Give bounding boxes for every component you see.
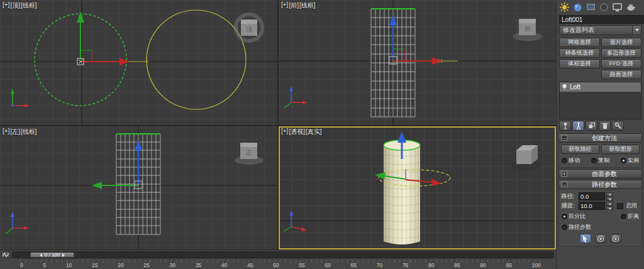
radio-move[interactable]: 移动: [562, 156, 580, 165]
ruler-tick-label: 65: [351, 262, 357, 268]
radio-instance[interactable]: 实例: [621, 156, 639, 165]
radio-path-steps[interactable]: 路径步数: [562, 223, 591, 231]
time-slider-handle[interactable]: 0 / 100: [30, 252, 74, 258]
path-value-field[interactable]: 0.0: [579, 192, 605, 200]
viewport-front-label: [+] [前] [线框]: [281, 1, 316, 10]
radio-icon: [562, 214, 567, 219]
viewport-menu-shading[interactable]: [线框]: [299, 1, 316, 10]
radio-label: 移动: [569, 156, 580, 165]
snap-field-label: 捕捉:: [561, 202, 577, 210]
snap-spinner: [606, 202, 613, 210]
radio-percentage[interactable]: 百分比: [562, 212, 586, 221]
viewport-left[interactable]: [+] [左] [线框]: [0, 126, 277, 250]
show-end-result-icon[interactable]: [572, 121, 584, 131]
viewport-menu-shading[interactable]: [线框]: [21, 1, 37, 10]
viewport-menu-pov[interactable]: [透视]: [289, 128, 305, 136]
spinner-up-button[interactable]: [606, 202, 613, 206]
viewport-menu-shading[interactable]: [线框]: [21, 128, 37, 136]
get-path-button[interactable]: 获取路径: [561, 145, 599, 154]
ruler-tick-label: 20: [118, 262, 123, 268]
modifier-stack-item[interactable]: Loft: [560, 82, 641, 92]
make-unique-icon[interactable]: [586, 121, 597, 131]
rollout-surface-parameters-header[interactable]: + 曲面参数: [558, 169, 642, 178]
remove-modifier-icon[interactable]: [599, 121, 611, 131]
enable-checkbox[interactable]: [617, 203, 623, 209]
snap-value-field[interactable]: 10.0: [579, 202, 605, 210]
render-production-teapot-icon[interactable]: [625, 1, 636, 13]
viewport-front[interactable]: [+] [前] [线框]: [279, 0, 556, 125]
selection-modifier-button[interactable]: 多边形选择: [601, 48, 642, 58]
viewport-menu-shading[interactable]: [真实]: [306, 128, 322, 136]
ruler-tick-label: 60: [325, 262, 330, 268]
viewcube[interactable]: 顶: [236, 14, 262, 41]
modifier-list-dropdown[interactable]: 修改器列表: [559, 25, 641, 35]
next-shape-button[interactable]: [610, 234, 621, 243]
get-shape-button[interactable]: 获取图形: [601, 145, 640, 154]
pick-shape-button[interactable]: [580, 234, 591, 243]
material-editor-icon[interactable]: [572, 1, 584, 13]
viewport-menu-general[interactable]: [+]: [3, 128, 9, 136]
configure-modifier-sets-icon[interactable]: [612, 121, 624, 131]
rollout-path-parameters-header[interactable]: - 路径参数: [558, 180, 642, 189]
viewport-top-canvas[interactable]: 顶: [0, 0, 277, 125]
display-monitor-icon[interactable]: [611, 1, 623, 13]
previous-frame-button[interactable]: [40, 253, 42, 257]
move-gizmo[interactable]: [77, 11, 148, 65]
dropdown-arrow-button[interactable]: [632, 26, 641, 35]
timeline: 0 / 100 05101520253035404550556065707580…: [0, 250, 556, 269]
viewcube[interactable]: [511, 145, 541, 170]
next-frame-button[interactable]: [62, 253, 65, 257]
radio-label: 距离: [628, 212, 639, 221]
move-gizmo[interactable]: [389, 15, 458, 65]
spinner-down-button[interactable]: [606, 197, 613, 200]
viewcube[interactable]: 前: [513, 19, 542, 41]
modifier-stack[interactable]: Loft: [559, 82, 641, 119]
rollout-title: 创建方法: [570, 134, 639, 143]
path-circle-shape[interactable]: [147, 10, 246, 109]
viewport-menu-general[interactable]: [+]: [281, 128, 288, 136]
path-level-buttons: [561, 234, 640, 243]
rendered-frame-icon[interactable]: [585, 1, 597, 13]
move-gizmo[interactable]: [92, 140, 142, 189]
radio-copy[interactable]: 复制: [591, 156, 609, 165]
selection-modifier-button[interactable]: 网格选择: [559, 38, 600, 47]
selection-modifier-button[interactable]: 曲面选择: [601, 70, 642, 79]
viewport-front-canvas[interactable]: 前: [279, 0, 556, 125]
radio-distance[interactable]: 距离: [621, 212, 639, 221]
viewport-menu-general[interactable]: [+]: [3, 1, 9, 10]
viewport-perspective[interactable]: [+] [透视] [真实]: [279, 126, 556, 250]
previous-shape-button[interactable]: [595, 234, 606, 243]
object-name-input[interactable]: [559, 15, 644, 24]
chevron-down-icon: [635, 29, 639, 31]
lightbulb-icon[interactable]: [562, 84, 567, 91]
viewcube[interactable]: 左: [235, 143, 264, 165]
spinner-down-button[interactable]: [606, 206, 613, 210]
pin-stack-icon[interactable]: [559, 121, 571, 131]
selection-modifier-button[interactable]: 体积选择: [559, 59, 600, 69]
spinner-up-button[interactable]: [606, 192, 613, 196]
selection-modifier-button[interactable]: 面片选择: [601, 38, 642, 47]
rollout-creation-method-header[interactable]: - 创建方法: [558, 133, 642, 143]
viewport-menu-pov[interactable]: [顶]: [10, 1, 20, 10]
viewport-menu-pov[interactable]: [前]: [289, 1, 299, 10]
viewport-top[interactable]: [+] [顶] [线框]: [0, 0, 277, 125]
viewport-left-canvas[interactable]: 左: [0, 126, 277, 250]
selection-modifier-button[interactable]: FFD 选择: [601, 59, 642, 69]
viewport-perspective-canvas[interactable]: [279, 126, 556, 250]
viewport-menu-pov[interactable]: [左]: [10, 128, 20, 136]
viewport-menu-general[interactable]: [+]: [281, 1, 288, 10]
svg-text:左: 左: [246, 149, 252, 156]
time-slider-track[interactable]: 0 / 100: [12, 251, 554, 258]
rollout-title: 曲面参数: [570, 170, 639, 178]
time-slider-row: 0 / 100: [0, 250, 556, 259]
modifier-stack-toolbar: [557, 120, 644, 132]
rollout-creation-method-body: 获取路径 获取图形 移动 复制 实例: [558, 143, 642, 168]
mini-curve-editor-button[interactable]: [1, 251, 10, 258]
environment-icon[interactable]: [598, 1, 610, 13]
track-bar-ruler[interactable]: 0510152025303540455055606570758085909510…: [0, 259, 556, 269]
radio-icon: [562, 224, 567, 230]
rollout-title: 路径参数: [570, 180, 639, 189]
render-setup-icon[interactable]: [558, 1, 570, 13]
selection-modifier-button[interactable]: 样条线选择: [559, 48, 600, 58]
enable-checkbox-label: 启用: [626, 202, 637, 210]
